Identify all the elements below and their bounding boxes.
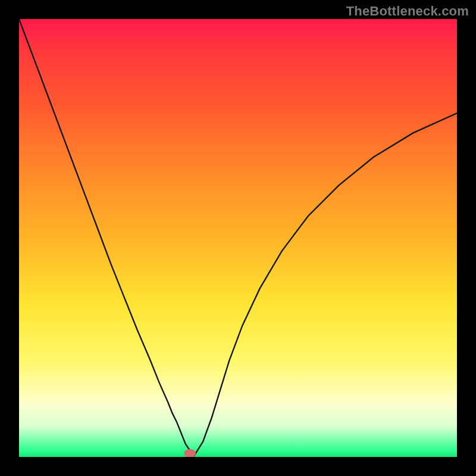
- bottleneck-curve-line: [19, 19, 457, 456]
- chart-frame: TheBottleneck.com: [0, 0, 476, 476]
- chart-svg: [19, 19, 457, 457]
- watermark-text: TheBottleneck.com: [346, 4, 469, 19]
- minimum-marker-icon: [184, 449, 196, 457]
- chart-plot-area: [19, 19, 457, 457]
